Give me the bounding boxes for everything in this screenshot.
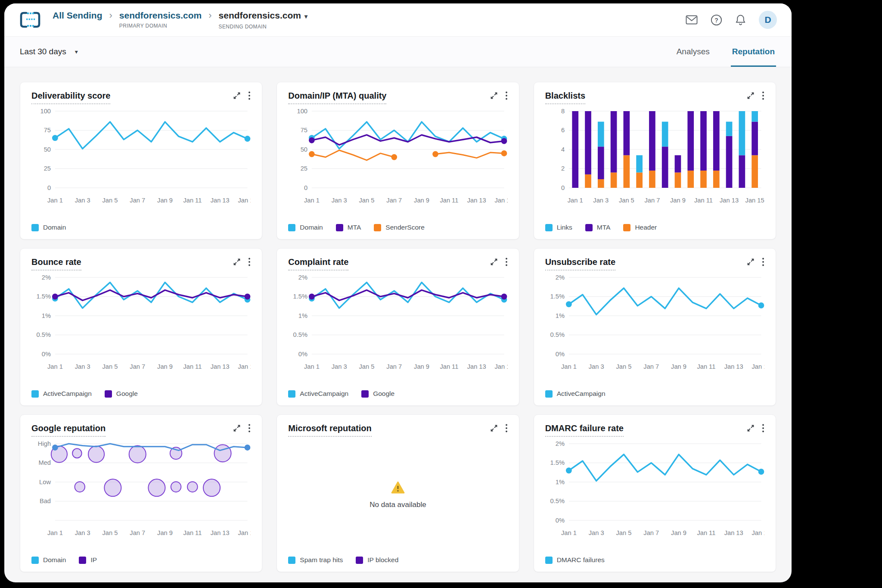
legend-item: ActiveCampaign — [545, 390, 606, 398]
card-title: Google reputation — [31, 423, 106, 433]
svg-text:0.5%: 0.5% — [293, 331, 307, 338]
card-blacklists: Blacklists 86420Jan 1Jan 3Jan 5Jan 7Jan … — [534, 82, 776, 240]
legend-swatch — [31, 224, 39, 231]
svg-text:Jan 7: Jan 7 — [644, 197, 660, 204]
expand-icon[interactable] — [490, 91, 498, 100]
card-title: DMARC failure rate — [545, 423, 624, 433]
card-title: Complaint rate — [288, 257, 348, 267]
no-data-message: No data available — [370, 501, 426, 509]
svg-text:Jan 9: Jan 9 — [157, 529, 173, 536]
svg-text:Jan 1: Jan 1 — [47, 197, 63, 204]
svg-text:Jan 15: Jan 15 — [495, 197, 508, 204]
svg-text:Jan 13: Jan 13 — [724, 529, 743, 536]
svg-text:Jan 7: Jan 7 — [387, 197, 402, 204]
svg-text:Jan 15: Jan 15 — [495, 363, 508, 370]
svg-text:Jan 9: Jan 9 — [671, 529, 686, 536]
kebab-menu-icon[interactable] — [248, 257, 251, 267]
chevron-down-icon: ▾ — [75, 48, 78, 55]
kebab-menu-icon[interactable] — [505, 257, 508, 267]
svg-text:Jan 1: Jan 1 — [47, 529, 63, 536]
svg-text:Jan 5: Jan 5 — [102, 197, 118, 204]
card-title: Microsoft reputation — [288, 423, 371, 433]
mail-icon[interactable] — [686, 15, 698, 25]
svg-text:Jan 11: Jan 11 — [440, 197, 459, 204]
svg-text:Jan 15: Jan 15 — [745, 197, 764, 204]
svg-text:1%: 1% — [555, 312, 564, 319]
svg-text:Jan 3: Jan 3 — [332, 363, 347, 370]
breadcrumb-primary-domain[interactable]: sendforensics.com PRIMARY DOMAIN — [119, 10, 202, 29]
expand-icon[interactable] — [233, 424, 241, 432]
chart-legend: ActiveCampaignGoogle — [31, 390, 251, 398]
kebab-menu-icon[interactable] — [762, 423, 764, 433]
legend-item: SenderScore — [374, 224, 424, 231]
date-range-dropdown[interactable]: Last 30 days ▾ — [20, 37, 78, 67]
svg-text:Jan 15: Jan 15 — [238, 363, 251, 370]
card-title: Domain/IP (MTA) quality — [288, 91, 386, 101]
kebab-menu-icon[interactable] — [505, 423, 508, 433]
svg-text:100: 100 — [297, 108, 307, 115]
svg-text:0.5%: 0.5% — [37, 331, 51, 338]
expand-icon[interactable] — [746, 258, 755, 266]
expand-icon[interactable] — [233, 91, 241, 100]
svg-text:2%: 2% — [42, 274, 51, 281]
legend-swatch — [288, 390, 295, 398]
svg-text:Jan 7: Jan 7 — [643, 529, 659, 536]
svg-text:50: 50 — [301, 146, 307, 153]
svg-text:Jan 9: Jan 9 — [157, 197, 173, 204]
chart-legend: Domain — [31, 224, 251, 231]
avatar[interactable]: D — [759, 11, 777, 29]
bounce-rate-chart: 2%1.5%1%0.5%0%Jan 1Jan 3Jan 5Jan 7Jan 9J… — [31, 270, 251, 378]
card-title: Blacklists — [545, 91, 585, 101]
legend-swatch — [545, 224, 553, 231]
svg-text:Jan 3: Jan 3 — [75, 529, 90, 536]
expand-icon[interactable] — [233, 258, 241, 266]
expand-icon[interactable] — [746, 91, 755, 100]
svg-text:Jan 13: Jan 13 — [211, 529, 230, 536]
help-icon[interactable]: ? — [711, 14, 722, 26]
chart-legend: DMARC failures — [545, 556, 764, 564]
kebab-menu-icon[interactable] — [248, 91, 251, 100]
card-title: Unsubscribe rate — [545, 257, 615, 267]
legend-item: ActiveCampaign — [288, 390, 348, 398]
expand-icon[interactable] — [490, 424, 498, 432]
svg-text:Jan 3: Jan 3 — [593, 197, 609, 204]
expand-icon[interactable] — [746, 424, 755, 432]
svg-text:0: 0 — [304, 184, 307, 191]
tab-reputation[interactable]: Reputation — [731, 37, 776, 67]
svg-text:Jan 1: Jan 1 — [561, 529, 577, 536]
svg-text:Jan 1: Jan 1 — [304, 197, 320, 204]
svg-text:1.5%: 1.5% — [293, 293, 307, 300]
svg-text:Jan 11: Jan 11 — [183, 529, 202, 536]
svg-text:1.5%: 1.5% — [550, 293, 564, 300]
kebab-menu-icon[interactable] — [762, 91, 764, 100]
svg-text:Jan 11: Jan 11 — [183, 197, 202, 204]
legend-item: Google — [105, 390, 138, 398]
kebab-menu-icon[interactable] — [248, 423, 251, 433]
svg-text:Jan 9: Jan 9 — [414, 363, 429, 370]
legend-swatch — [623, 224, 630, 231]
breadcrumb-sending-domain[interactable]: sendforensics.com▾ SENDING DOMAIN — [219, 10, 307, 30]
bell-icon[interactable] — [735, 14, 746, 26]
tab-bar: Analyses Reputation — [675, 37, 776, 67]
svg-text:Jan 9: Jan 9 — [414, 197, 429, 204]
legend-item: IP blocked — [356, 556, 398, 564]
svg-text:Jan 7: Jan 7 — [130, 529, 145, 536]
legend-item: Spam trap hits — [288, 556, 343, 564]
kebab-menu-icon[interactable] — [505, 91, 508, 100]
svg-text:50: 50 — [44, 146, 51, 153]
svg-text:High: High — [38, 440, 51, 447]
svg-text:Jan 5: Jan 5 — [102, 363, 118, 370]
chart-legend: ActiveCampaign — [545, 390, 764, 398]
chevron-right-icon: › — [109, 10, 112, 21]
svg-text:Jan 11: Jan 11 — [697, 363, 715, 370]
card-domain-ip-mta-quality: Domain/IP (MTA) quality 1007550250Jan 1J… — [276, 82, 519, 240]
legend-item: Domain — [31, 556, 66, 564]
legend-swatch — [374, 224, 381, 231]
breadcrumb-all-sending[interactable]: All Sending — [53, 10, 102, 21]
tab-analyses[interactable]: Analyses — [675, 37, 711, 67]
kebab-menu-icon[interactable] — [762, 257, 764, 267]
svg-text:25: 25 — [301, 165, 307, 172]
card-complaint-rate: Complaint rate 2%1.5%1%0.5%0%Jan 1Jan 3J… — [276, 248, 519, 406]
legend-item: Header — [623, 224, 657, 231]
expand-icon[interactable] — [490, 258, 498, 266]
